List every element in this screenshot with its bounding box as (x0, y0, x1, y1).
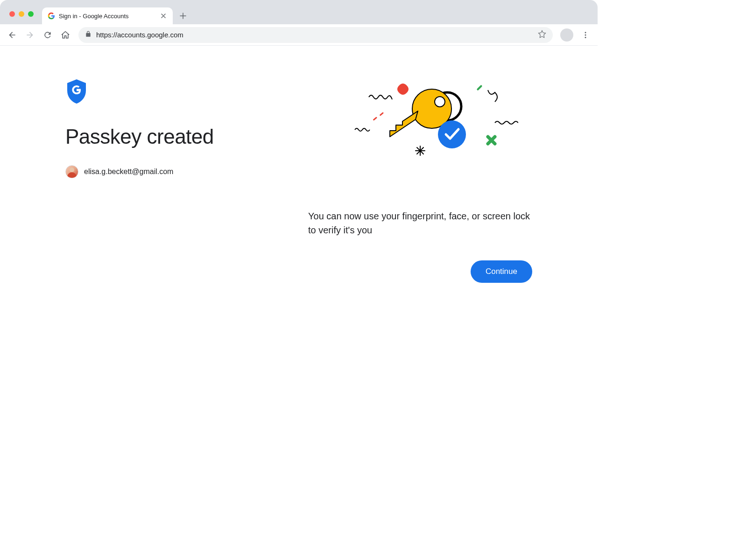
description-text: You can now use your fingerprint, face, … (308, 209, 532, 237)
page-content: Passkey created elisa.g.beckett@gmail.co… (0, 46, 598, 283)
window-controls (5, 11, 38, 24)
reload-button[interactable] (40, 28, 55, 42)
tab-close-button[interactable] (160, 12, 167, 20)
address-bar[interactable]: https://accounts.google.com (78, 27, 553, 43)
browser-tab-strip: Sign in - Google Accounts (0, 0, 598, 24)
svg-rect-5 (380, 112, 384, 116)
window-close-button[interactable] (9, 11, 15, 17)
google-shield-icon (65, 78, 88, 105)
browser-toolbar: https://accounts.google.com (0, 24, 598, 46)
home-button[interactable] (58, 28, 73, 42)
svg-rect-4 (373, 117, 378, 121)
forward-button[interactable] (22, 28, 37, 42)
right-column: You can now use your fingerprint, face, … (308, 78, 532, 283)
window-maximize-button[interactable] (28, 11, 34, 17)
new-tab-button[interactable] (176, 9, 190, 22)
back-button[interactable] (5, 28, 20, 42)
browser-tab[interactable]: Sign in - Google Accounts (42, 7, 173, 24)
svg-point-15 (438, 120, 466, 148)
bookmark-star-icon[interactable] (538, 30, 546, 40)
svg-point-14 (435, 97, 445, 107)
account-chip[interactable]: elisa.g.beckett@gmail.com (65, 165, 280, 178)
window-minimize-button[interactable] (19, 11, 24, 17)
page-heading: Passkey created (65, 125, 280, 148)
continue-button[interactable]: Continue (471, 260, 532, 283)
left-column: Passkey created elisa.g.beckett@gmail.co… (65, 78, 280, 283)
svg-point-2 (585, 36, 586, 38)
svg-point-0 (585, 32, 586, 33)
svg-rect-3 (477, 85, 483, 91)
lock-icon (85, 31, 92, 39)
url-text: https://accounts.google.com (96, 31, 533, 39)
tab-title: Sign in - Google Accounts (59, 13, 156, 20)
passkey-illustration (322, 78, 518, 186)
profile-avatar-button[interactable] (560, 28, 573, 42)
account-email: elisa.g.beckett@gmail.com (84, 168, 173, 176)
browser-menu-button[interactable] (578, 28, 593, 42)
button-row: Continue (308, 260, 532, 283)
google-favicon-icon (48, 12, 55, 20)
svg-point-1 (585, 34, 586, 35)
account-avatar (65, 165, 78, 178)
